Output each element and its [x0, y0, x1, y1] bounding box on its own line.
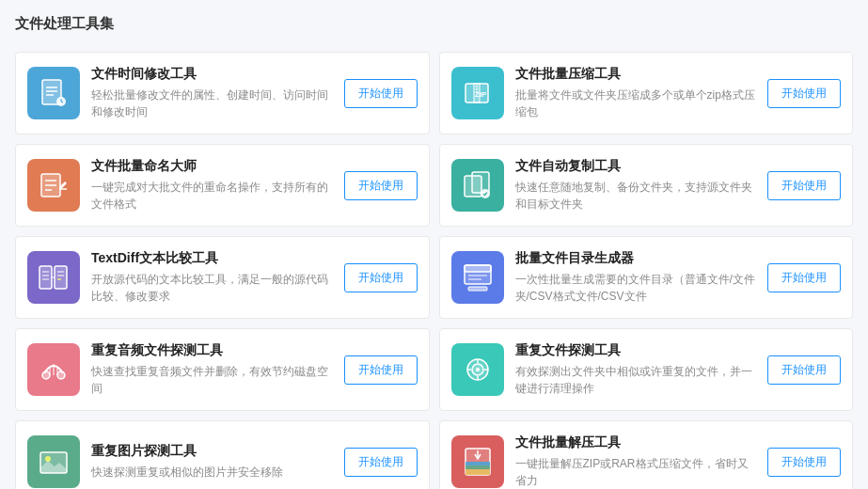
start-button-file-rename[interactable]: 开始使用 — [344, 171, 418, 200]
card-info-file-time-modifier: 文件时间修改工具 轻松批量修改文件的属性、创建时间、访问时间和修改时间 — [91, 66, 333, 120]
card-info-file-auto-copy: 文件自动复制工具 快速任意随地复制、备份文件夹，支持源文件夹和目标文件夹 — [515, 158, 757, 213]
svg-rect-31 — [465, 265, 491, 272]
tool-card-batch-extract: 文件批量解压工具 一键批量解压ZIP或RAR格式压缩文件，省时又省力 开始使用 — [439, 420, 854, 489]
card-info-file-rename: 文件批量命名大师 一键完成对大批文件的重命名操作，支持所有的文件格式 — [91, 158, 333, 213]
svg-point-36 — [57, 371, 65, 379]
tool-card-file-rename: 文件批量命名大师 一键完成对大批文件的重命名操作，支持所有的文件格式 开始使用 — [15, 144, 430, 227]
card-title-dup-audio: 重复音频文件探测工具 — [91, 342, 333, 359]
copy-icon — [451, 159, 504, 212]
svg-rect-34 — [468, 287, 487, 291]
start-button-batch-extract[interactable]: 开始使用 — [767, 448, 841, 477]
tools-grid: 文件时间修改工具 轻松批量修改文件的属性、创建时间、访问时间和修改时间 开始使用… — [15, 52, 853, 489]
rename-icon — [27, 159, 80, 212]
zip-icon: ZIP — [451, 67, 504, 119]
start-button-dup-file[interactable]: 开始使用 — [767, 355, 841, 385]
start-button-dup-image[interactable]: 开始使用 — [344, 448, 418, 477]
tool-card-text-diff: TextDiff文本比较工具 开放源代码的文本比较工具，满足一般的源代码比较、修… — [15, 236, 430, 319]
tool-card-file-time-modifier: 文件时间修改工具 轻松批量修改文件的属性、创建时间、访问时间和修改时间 开始使用 — [15, 52, 430, 134]
card-title-file-time-modifier: 文件时间修改工具 — [91, 66, 333, 83]
page-title: 文件处理工具集 — [15, 15, 853, 39]
card-desc-batch-extract: 一键批量解压ZIP或RAR格式压缩文件，省时又省力 — [515, 455, 757, 489]
page-container: 文件处理工具集 文件时间修改工具 轻松批量修改文件的属性、创建时间、访问时间和修… — [0, 0, 868, 489]
card-desc-dup-file: 有效探测出文件夹中相似或许重复的文件，并一键进行清理操作 — [515, 363, 757, 397]
diff-icon — [27, 251, 80, 304]
tool-card-file-batch-compress: ZIP 文件批量压缩工具 批量将文件或文件夹压缩成多个或单个zip格式压缩包 开… — [439, 52, 854, 134]
svg-rect-52 — [466, 462, 490, 465]
start-button-file-auto-copy[interactable]: 开始使用 — [767, 171, 841, 200]
start-button-file-batch-compress[interactable]: 开始使用 — [767, 79, 841, 108]
tool-card-dup-image: 重复图片探测工具 快速探测重复或相似的图片并安全移除 开始使用 — [15, 420, 430, 489]
svg-rect-21 — [39, 266, 52, 289]
card-info-batch-dir-gen: 批量文件目录生成器 一次性批量生成需要的文件目录（普通文件/文件夹/CSV格式文… — [515, 250, 757, 305]
card-title-dup-file: 重复文件探测工具 — [515, 342, 757, 359]
start-button-batch-dir-gen[interactable]: 开始使用 — [767, 263, 841, 292]
card-desc-file-auto-copy: 快速任意随地复制、备份文件夹，支持源文件夹和目标文件夹 — [515, 179, 757, 213]
tool-card-dup-file: 重复文件探测工具 有效探测出文件夹中相似或许重复的文件，并一键进行清理操作 开始… — [439, 328, 854, 411]
svg-rect-51 — [466, 465, 490, 469]
start-button-dup-audio[interactable]: 开始使用 — [344, 355, 418, 385]
card-title-file-auto-copy: 文件自动复制工具 — [515, 158, 757, 175]
card-info-dup-audio: 重复音频文件探测工具 快速查找重复音频文件并删除，有效节约磁盘空间 — [91, 342, 333, 397]
file-time-icon — [27, 67, 80, 119]
card-title-file-batch-compress: 文件批量压缩工具 — [515, 66, 757, 83]
card-title-text-diff: TextDiff文本比较工具 — [91, 250, 333, 267]
card-desc-dup-image: 快速探测重复或相似的图片并安全移除 — [91, 464, 333, 481]
svg-point-35 — [42, 371, 50, 379]
card-info-batch-extract: 文件批量解压工具 一键批量解压ZIP或RAR格式压缩文件，省时又省力 — [515, 434, 757, 489]
extract-icon — [451, 435, 504, 488]
svg-rect-50 — [466, 469, 490, 475]
card-desc-text-diff: 开放源代码的文本比较工具，满足一般的源代码比较、修改要求 — [91, 271, 333, 305]
card-title-batch-extract: 文件批量解压工具 — [515, 434, 757, 451]
card-title-dup-image: 重复图片探测工具 — [91, 443, 333, 460]
tool-card-batch-dir-gen: 批量文件目录生成器 一次性批量生成需要的文件目录（普通文件/文件夹/CSV格式文… — [439, 236, 854, 319]
start-button-text-diff[interactable]: 开始使用 — [344, 263, 418, 292]
card-desc-file-batch-compress: 批量将文件或文件夹压缩成多个或单个zip格式压缩包 — [515, 87, 757, 120]
card-desc-batch-dir-gen: 一次性批量生成需要的文件目录（普通文件/文件夹/CSV格式文件/CSV文件 — [515, 271, 757, 305]
card-desc-file-time-modifier: 轻松批量修改文件的属性、创建时间、访问时间和修改时间 — [91, 87, 333, 120]
card-desc-dup-audio: 快速查找重复音频文件并删除，有效节约磁盘空间 — [91, 363, 333, 397]
svg-point-46 — [476, 368, 480, 371]
dup-icon — [451, 343, 504, 396]
card-info-dup-file: 重复文件探测工具 有效探测出文件夹中相似或许重复的文件，并一键进行清理操作 — [515, 342, 757, 397]
tool-card-file-auto-copy: 文件自动复制工具 快速任意随地复制、备份文件夹，支持源文件夹和目标文件夹 开始使… — [439, 144, 854, 227]
card-info-dup-image: 重复图片探测工具 快速探测重复或相似的图片并安全移除 — [91, 443, 333, 481]
tool-card-dup-audio: 重复音频文件探测工具 快速查找重复音频文件并删除，有效节约磁盘空间 开始使用 — [15, 328, 430, 411]
card-info-text-diff: TextDiff文本比较工具 开放源代码的文本比较工具，满足一般的源代码比较、修… — [91, 250, 333, 305]
card-desc-file-rename: 一键完成对大批文件的重命名操作，支持所有的文件格式 — [91, 179, 333, 213]
image-icon — [27, 435, 80, 488]
dir-icon — [451, 251, 504, 304]
card-info-file-batch-compress: 文件批量压缩工具 批量将文件或文件夹压缩成多个或单个zip格式压缩包 — [515, 66, 757, 120]
audio-icon — [27, 343, 80, 396]
card-title-batch-dir-gen: 批量文件目录生成器 — [515, 250, 757, 267]
svg-rect-22 — [55, 266, 67, 289]
card-title-file-rename: 文件批量命名大师 — [91, 158, 333, 175]
start-button-file-time-modifier[interactable]: 开始使用 — [344, 79, 418, 108]
